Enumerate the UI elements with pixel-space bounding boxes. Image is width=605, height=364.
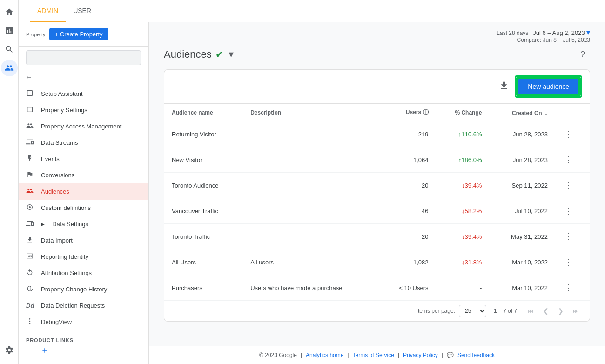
col-created-on[interactable]: Created On ↓ xyxy=(489,104,555,121)
svg-point-1 xyxy=(29,206,31,208)
download-button[interactable] xyxy=(499,81,509,93)
users-cell: 1,082 xyxy=(379,249,436,275)
content-area: Property + Create Property ← Setup Assis… xyxy=(19,22,605,364)
kebab-cell: ⋮ xyxy=(555,224,590,249)
footer-send-feedback[interactable]: Send feedback xyxy=(457,352,495,358)
change-cell: ↓31.8% xyxy=(436,249,490,275)
users-cell: 46 xyxy=(379,198,436,224)
row-menu-button[interactable]: ⋮ xyxy=(563,153,575,167)
property-change-history-icon xyxy=(26,285,34,294)
sidebar-item-setup-assistant[interactable]: Setup Assistant xyxy=(19,86,148,102)
first-page-button[interactable]: ⏮ xyxy=(524,304,538,317)
users-cell: 219 xyxy=(379,121,436,147)
next-page-button[interactable]: ❯ xyxy=(554,304,567,317)
tab-admin[interactable]: ADMIN xyxy=(30,0,66,22)
sidebar-item-label: Attribution Settings xyxy=(41,270,92,276)
back-button[interactable]: ← xyxy=(22,71,35,84)
sidebar-item-property-settings[interactable]: Property Settings xyxy=(19,102,148,118)
users-cell: 20 xyxy=(379,173,436,198)
row-menu-button[interactable]: ⋮ xyxy=(563,255,575,269)
audience-name-cell: All Users xyxy=(164,249,243,275)
sidebar-item-property-change-history[interactable]: Property Change History xyxy=(19,281,148,297)
date-dropdown-icon[interactable]: ▾ xyxy=(586,28,590,36)
row-menu-button[interactable]: ⋮ xyxy=(563,178,575,192)
date-compare: Compare: Jun 8 – Jul 5, 2023 xyxy=(517,37,590,43)
sidebar-item-data-streams[interactable]: Data Streams xyxy=(19,135,148,151)
chart-icon[interactable] xyxy=(1,22,18,39)
footer-link-privacy[interactable]: Privacy Policy xyxy=(403,352,438,358)
setup-assistant-icon xyxy=(26,89,34,99)
sidebar-item-attribution-settings[interactable]: Attribution Settings xyxy=(19,265,148,281)
sidebar-item-label: Data Streams xyxy=(41,139,78,146)
col-description: Description xyxy=(243,104,379,121)
change-cell: ↓39.4% xyxy=(436,173,490,198)
sort-icon: ↓ xyxy=(544,109,548,116)
description-cell xyxy=(243,147,379,173)
audiences-table: Audience name Description Users ⓘ % Chan… xyxy=(164,104,590,301)
row-menu-button[interactable]: ⋮ xyxy=(563,127,575,141)
change-cell: ↓39.4% xyxy=(436,224,490,249)
footer-link-analytics-home[interactable]: Analytics home xyxy=(306,352,343,358)
created-cell: Sep 11, 2022 xyxy=(489,173,555,198)
sidebar-item-data-import[interactable]: Data Import xyxy=(19,232,148,249)
created-cell: Jul 10, 2022 xyxy=(489,198,555,224)
sidebar-item-reporting-identity[interactable]: Reporting Identity xyxy=(19,249,148,265)
attribution-settings-icon xyxy=(26,269,34,278)
date-range-label: Last 28 days xyxy=(497,30,528,36)
row-menu-button[interactable]: ⋮ xyxy=(563,281,575,295)
new-audience-wrapper: New audience xyxy=(515,75,582,98)
sidebar-item-debugview[interactable]: DebugView xyxy=(19,314,148,330)
audience-name-cell: Returning Visitor xyxy=(164,121,243,147)
audiences-dropdown-icon[interactable]: ▼ xyxy=(227,50,235,60)
new-audience-button[interactable]: New audience xyxy=(517,78,580,95)
users-cell: 1,064 xyxy=(379,147,436,173)
sidebar-item-conversions[interactable]: Conversions xyxy=(19,167,148,183)
property-label: Property xyxy=(26,32,46,37)
top-tabs: ADMIN USER xyxy=(19,0,605,22)
items-per-page: Items per page: 25 50 100 xyxy=(417,305,486,317)
sidebar-item-data-settings[interactable]: ▶ Data Settings xyxy=(19,216,148,232)
row-menu-button[interactable]: ⋮ xyxy=(563,229,575,243)
table-row: Returning Visitor 219 ↑110.6% Jun 28, 20… xyxy=(164,121,590,147)
prev-page-button[interactable]: ❮ xyxy=(539,304,552,317)
home-icon[interactable] xyxy=(1,4,18,20)
description-cell xyxy=(243,198,379,224)
audience-name-cell: Vancouver Traffic xyxy=(164,198,243,224)
events-icon xyxy=(26,155,34,164)
per-page-select[interactable]: 25 50 100 xyxy=(459,305,486,317)
col-audience-name: Audience name xyxy=(164,104,243,121)
create-property-button[interactable]: + Create Property xyxy=(49,28,108,40)
sidebar-item-property-access-management[interactable]: Property Access Management xyxy=(19,118,148,135)
property-search-input[interactable] xyxy=(26,50,141,65)
settings-icon[interactable] xyxy=(1,342,18,358)
sidebar-item-label: Property Change History xyxy=(41,286,107,293)
sidebar-item-events[interactable]: Events xyxy=(19,151,148,167)
date-range-main[interactable]: Jul 6 – Aug 2, 2023 xyxy=(533,29,585,36)
tab-user[interactable]: USER xyxy=(66,0,99,22)
audience-name-cell: Toronto Audience xyxy=(164,173,243,198)
items-per-page-label: Items per page: xyxy=(417,308,455,314)
audience-name-cell: Purchasers xyxy=(164,275,243,301)
product-links-section: PRODUCT LINKS xyxy=(19,330,148,345)
sidebar-item-data-deletion-requests[interactable]: Dd Data Deletion Requests xyxy=(19,297,148,314)
sidebar-item-label: Property Settings xyxy=(41,107,87,114)
description-cell xyxy=(243,224,379,249)
search-icon[interactable] xyxy=(1,41,18,58)
custom-definitions-icon xyxy=(26,203,34,213)
users-help-icon[interactable]: ⓘ xyxy=(423,109,429,115)
sidebar-item-custom-definitions[interactable]: Custom definitions xyxy=(19,200,148,216)
svg-point-3 xyxy=(29,320,31,322)
table-row: Purchasers Users who have made a purchas… xyxy=(164,275,590,301)
row-menu-button[interactable]: ⋮ xyxy=(563,204,575,218)
audiences-nav-icon[interactable] xyxy=(1,60,18,76)
sidebar-item-label: Custom definitions xyxy=(41,204,91,211)
last-page-button[interactable]: ⏭ xyxy=(569,304,582,317)
table-row: Toronto Audience 20 ↓39.4% Sep 11, 2022 … xyxy=(164,173,590,198)
footer-link-terms[interactable]: Terms of Service xyxy=(353,352,394,358)
help-icon-button[interactable]: ? xyxy=(575,47,590,62)
audiences-icon xyxy=(26,187,34,196)
sidebar-item-label: DebugView xyxy=(41,318,72,325)
sidebar-item-audiences[interactable]: Audiences xyxy=(19,183,148,200)
kebab-cell: ⋮ xyxy=(555,249,590,275)
audiences-header: Audiences ✔ ▼ ? xyxy=(164,47,590,62)
